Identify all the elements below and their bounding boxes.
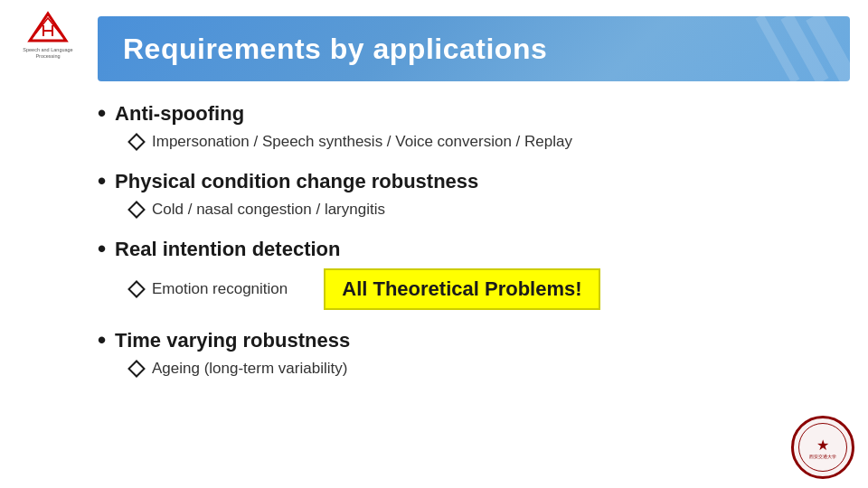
- callout-box: All Theoretical Problems!: [324, 268, 599, 310]
- heading-anti-spoofing: Anti-spoofing: [98, 99, 850, 127]
- section-time-varying: Time varying robustness Ageing (long-ter…: [98, 326, 850, 378]
- sub-real-intention: Emotion recognition All Theoretical Prob…: [130, 268, 850, 310]
- sub-physical-condition: Cold / nasal congestion / laryngitis: [130, 201, 850, 219]
- diamond-icon: [127, 360, 146, 378]
- section-real-intention: Real intention detection Emotion recogni…: [98, 235, 850, 310]
- seal-circle: ★ 西安交通大学: [791, 416, 854, 479]
- diamond-icon: [127, 133, 146, 151]
- seal-text: 西安交通大学: [809, 454, 836, 459]
- diamond-icon: [127, 280, 146, 298]
- seal-star: ★: [816, 436, 829, 454]
- page-title: Requirements by applications: [123, 33, 547, 66]
- sub-time-varying: Ageing (long-term variability): [130, 360, 850, 378]
- diamond-icon: [127, 201, 146, 219]
- sub-anti-spoofing: Impersonation / Speech synthesis / Voice…: [130, 133, 850, 151]
- logo: Speech and Language Processing: [7, 7, 89, 61]
- heading-time-varying: Time varying robustness: [98, 326, 850, 354]
- logo-text: Speech and Language Processing: [23, 47, 72, 59]
- seal-inner: ★ 西安交通大学: [798, 423, 847, 472]
- logo-icon: [25, 9, 71, 45]
- main-content: Anti-spoofing Impersonation / Speech syn…: [98, 99, 850, 470]
- heading-physical-condition: Physical condition change robustness: [98, 167, 850, 195]
- heading-real-intention: Real intention detection: [98, 235, 850, 263]
- section-physical-condition: Physical condition change robustness Col…: [98, 167, 850, 219]
- university-seal: ★ 西安交通大学: [791, 416, 854, 479]
- svg-marker-1: [30, 18, 66, 41]
- title-banner: Requirements by applications: [98, 16, 850, 81]
- section-anti-spoofing: Anti-spoofing Impersonation / Speech syn…: [98, 99, 850, 151]
